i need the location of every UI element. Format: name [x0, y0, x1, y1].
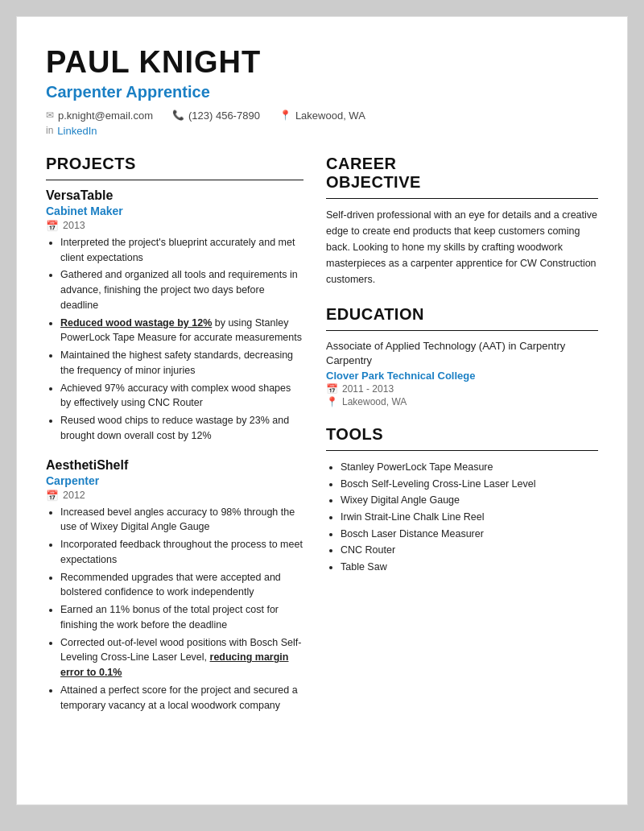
bullet-item: Maintained the highest safety standards,… [60, 348, 303, 378]
main-content: PROJECTS VersaTable Cabinet Maker 📅 2013… [46, 155, 598, 716]
phone-value: (123) 456-7890 [188, 110, 260, 122]
project-1-role: Cabinet Maker [46, 205, 303, 217]
linkedin-link[interactable]: LinkedIn [57, 125, 97, 137]
phone-item: 📞 (123) 456-7890 [172, 110, 260, 122]
bullet-item: Gathered and organized all tools and req… [60, 267, 303, 312]
header: PAUL KNIGHT Carpenter Apprentice ✉ p.kni… [46, 46, 598, 137]
projects-section: PROJECTS VersaTable Cabinet Maker 📅 2013… [46, 155, 303, 713]
bullet-item: Earned an 11% bonus of the total project… [60, 602, 303, 633]
education-degree: Associate of Applied Technology (AAT) in… [326, 339, 598, 368]
education-field: Carpentry [326, 354, 372, 366]
bullet-item: Increased bevel angles accuracy to 98% t… [60, 505, 303, 535]
project-1-year: 📅 2013 [46, 220, 303, 232]
calendar-icon-1: 📅 [46, 220, 59, 232]
project-2-name: AesthetiShelf [46, 458, 303, 473]
left-column: PROJECTS VersaTable Cabinet Maker 📅 2013… [46, 155, 303, 716]
bullet-item: Attained a perfect score for the project… [60, 683, 303, 713]
location-icon-edu: 📍 [326, 396, 338, 407]
resume-container: PAUL KNIGHT Carpenter Apprentice ✉ p.kni… [16, 16, 628, 805]
career-objective-divider [326, 198, 598, 199]
contact-row: ✉ p.knight@email.com 📞 (123) 456-7890 📍 … [46, 110, 598, 122]
tool-item: CNC Router [341, 542, 598, 559]
education-title: EDUCATION [326, 305, 598, 324]
linkedin-item: in LinkedIn [46, 125, 97, 137]
location-item: 📍 Lakewood, WA [279, 110, 365, 122]
project-2-year: 📅 2012 [46, 490, 303, 502]
tool-item: Stanley PowerLock Tape Measure [341, 459, 598, 476]
calendar-icon-2: 📅 [46, 490, 59, 502]
tools-section: TOOLS Stanley PowerLock Tape Measure Bos… [326, 425, 598, 575]
candidate-name: PAUL KNIGHT [46, 46, 598, 80]
bullet-item: Incorporated feedback throughout the pro… [60, 537, 303, 568]
email-value: p.knight@email.com [58, 110, 153, 122]
bullet-item: Achieved 97% accuracy with complex wood … [60, 381, 303, 411]
candidate-title: Carpenter Apprentice [46, 83, 598, 101]
project-2-bullets: Increased bevel angles accuracy to 98% t… [46, 505, 303, 713]
project-2: AesthetiShelf Carpenter 📅 2012 Increased… [46, 458, 303, 713]
bullet-item: Recommended upgrades that were accepted … [60, 570, 303, 601]
phone-icon: 📞 [172, 110, 184, 121]
right-column: CAREEROBJECTIVE Self-driven professional… [326, 155, 598, 716]
bullet-item: Interpreted the project's blueprint accu… [60, 235, 303, 266]
education-location: 📍 Lakewood, WA [326, 396, 598, 407]
bullet-item: Reduced wood wastage by 12% by using Sta… [60, 316, 303, 346]
education-school: Clover Park Technical College [326, 370, 598, 382]
calendar-icon-edu: 📅 [326, 383, 338, 395]
tool-item: Wixey Digital Angle Gauge [341, 492, 598, 509]
project-1-name: VersaTable [46, 188, 303, 203]
projects-divider [46, 180, 303, 180]
tools-list: Stanley PowerLock Tape Measure Bosch Sel… [326, 459, 598, 575]
career-objective-text: Self-driven professional with an eye for… [326, 207, 598, 287]
project-2-role: Carpenter [46, 474, 303, 487]
career-objective-title: CAREEROBJECTIVE [326, 155, 598, 192]
projects-title: PROJECTS [46, 155, 303, 173]
tool-item: Bosch Self-Leveling Cross-Line Laser Lev… [341, 476, 598, 493]
tool-item: Table Saw [341, 559, 598, 576]
bullet-item: Corrected out-of-level wood positions wi… [60, 635, 303, 680]
location-icon: 📍 [279, 110, 291, 121]
project-1-bullets: Interpreted the project's blueprint accu… [46, 235, 303, 444]
linkedin-icon: in [46, 125, 53, 136]
email-icon: ✉ [46, 110, 54, 121]
location-value: Lakewood, WA [295, 110, 365, 122]
tools-divider [326, 450, 598, 451]
highlight-text-2: reducing margin error to 0.1% [60, 651, 288, 678]
linkedin-row: in LinkedIn [46, 125, 598, 137]
education-section: EDUCATION Associate of Applied Technolog… [326, 305, 598, 407]
tools-title: TOOLS [326, 425, 598, 444]
highlight-text: Reduced wood wastage by 12% [60, 317, 212, 329]
education-divider [326, 330, 598, 331]
tool-item: Bosch Laser Distance Measurer [341, 526, 598, 543]
bullet-item: Reused wood chips to reduce wastage by 2… [60, 413, 303, 444]
email-item: ✉ p.knight@email.com [46, 110, 153, 122]
tool-item: Irwin Strait-Line Chalk Line Reel [341, 509, 598, 526]
career-objective-section: CAREEROBJECTIVE Self-driven professional… [326, 155, 598, 287]
project-1: VersaTable Cabinet Maker 📅 2013 Interpre… [46, 188, 303, 444]
education-years: 📅 2011 - 2013 [326, 383, 598, 395]
